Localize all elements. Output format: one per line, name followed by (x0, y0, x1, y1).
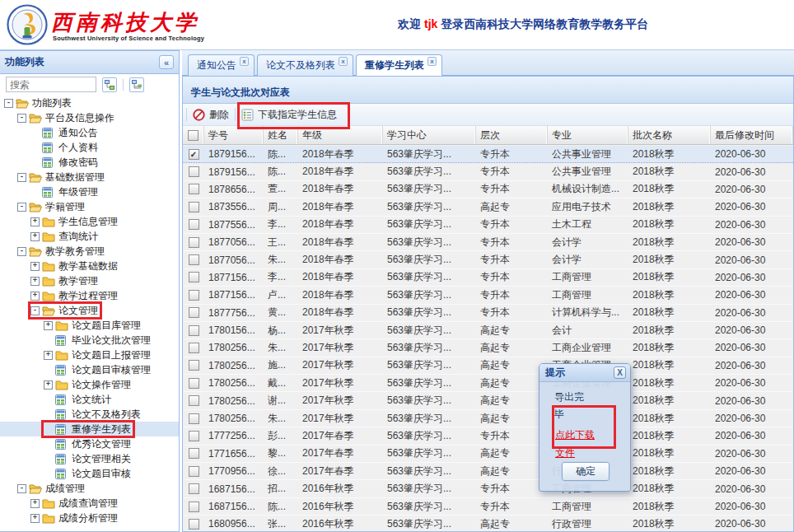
row-checkbox[interactable] (189, 219, 199, 230)
collapse-all-button[interactable] (129, 77, 144, 92)
table-row[interactable]: 1877056...王...2018年春季563肇庆学习...专升本会计学201… (183, 234, 793, 251)
download-file-link[interactable]: 点此下载文件 (555, 426, 598, 462)
row-checkbox[interactable] (189, 360, 199, 371)
select-all-checkbox[interactable] (188, 130, 198, 141)
row-checkbox[interactable] (189, 254, 199, 265)
tree-node[interactable]: +查询统计 (0, 229, 179, 244)
tree-node[interactable]: -平台及信息操作 (0, 110, 179, 125)
tree-node[interactable]: 个人资料 (0, 140, 179, 155)
download-selected-students-button[interactable]: 下载指定学生信息 (236, 105, 343, 124)
row-checkbox[interactable] (189, 519, 199, 530)
row-checkbox[interactable] (189, 395, 199, 406)
table-row[interactable]: 1877756...黄...2018年春季563肇庆学习...专升本计算机科学与… (183, 305, 793, 322)
plus-expand-icon[interactable]: + (30, 277, 40, 286)
minus-expand-icon[interactable]: - (30, 306, 40, 315)
tree-node[interactable]: -基础数据管理 (0, 170, 179, 184)
tree-node[interactable]: +论文题目上报管理 (0, 348, 179, 362)
minus-expand-icon[interactable]: - (17, 114, 26, 123)
tree-node[interactable]: +教学管理 (0, 273, 179, 288)
sidebar-collapse-button[interactable]: « (159, 55, 174, 69)
column-header[interactable]: 批次名称 (628, 126, 711, 144)
minus-expand-icon[interactable]: - (17, 173, 26, 182)
row-checkbox[interactable]: ✓ (189, 149, 199, 160)
tree-node[interactable]: 年级管理 (0, 184, 179, 199)
plus-expand-icon[interactable]: + (30, 514, 40, 523)
table-row[interactable]: 1877056...朱...2018年春季563肇庆学习...专升本会计学201… (183, 251, 793, 268)
minus-expand-icon[interactable]: - (4, 99, 13, 108)
tree-node[interactable]: -学籍管理 (0, 199, 179, 214)
tree-node[interactable]: +教学过程管理 (0, 288, 179, 303)
row-checkbox[interactable] (189, 483, 199, 494)
plus-expand-icon[interactable]: + (44, 351, 53, 360)
tree-node[interactable]: -成绩管理 (0, 481, 179, 496)
table-row[interactable]: 1771656...黎...2017年春季563肇庆学习...高起专2018秋季… (183, 446, 793, 463)
table-row[interactable]: 1877556...李...2018年春季563肇庆学习...专升本土木工程20… (183, 217, 793, 234)
tree-node[interactable]: 论文统计 (0, 392, 179, 407)
table-row[interactable]: 1877156...卢...2018年春季563肇庆学习...专升本工商管理20… (183, 287, 793, 304)
plus-expand-icon[interactable]: + (44, 321, 53, 330)
table-row[interactable]: 1780256...朱...2017年秋季563肇庆学习...高起专工商企业管理… (183, 339, 793, 357)
tab[interactable]: 论文不及格列表x (257, 54, 353, 76)
plus-expand-icon[interactable]: + (30, 499, 40, 508)
row-checkbox[interactable] (189, 413, 199, 424)
row-checkbox[interactable] (189, 202, 199, 212)
row-checkbox[interactable] (189, 466, 199, 477)
row-checkbox[interactable] (189, 378, 199, 389)
table-row[interactable]: 1780156...杨...2017年秋季563肇庆学习...高起专会计2018… (183, 322, 793, 339)
dialog-close-icon[interactable]: X (614, 366, 626, 379)
tree-node[interactable]: 论文不及格列表 (0, 407, 179, 422)
tree-node[interactable]: -论文管理 (0, 303, 179, 318)
column-header[interactable]: 年级 (298, 126, 383, 144)
table-row[interactable]: 1873556...周...2018年春季563肇庆学习...高起专应用电子技术… (183, 198, 793, 216)
search-input[interactable] (6, 77, 96, 92)
tree-node[interactable]: -教学教务管理 (0, 244, 179, 259)
plus-expand-icon[interactable]: + (30, 262, 40, 271)
row-checkbox[interactable] (189, 290, 199, 301)
minus-expand-icon[interactable]: - (17, 484, 26, 493)
minus-expand-icon[interactable]: - (17, 247, 26, 256)
row-checkbox[interactable] (189, 325, 199, 336)
tree-node[interactable]: 论文题目审核管理 (0, 362, 179, 377)
table-row[interactable]: 1780256...谢...2017年秋季563肇庆学习...高起专2018秋季… (183, 392, 793, 409)
plus-expand-icon[interactable]: + (44, 380, 53, 390)
tab[interactable]: 重修学生列表x (356, 54, 442, 76)
row-checkbox[interactable] (189, 431, 199, 441)
row-checkbox[interactable] (189, 184, 199, 194)
table-row[interactable]: 1879156...陈...2018年春季563肇庆学习...专升本公共事业管理… (183, 163, 793, 180)
tab-close-icon[interactable]: x (240, 57, 249, 66)
row-checkbox[interactable] (189, 237, 199, 248)
table-row[interactable]: 1777256...彭...2017年春季563肇庆学习...专升本2018秋季… (183, 427, 793, 445)
table-row[interactable]: 1780256...施...2017年秋季563肇庆学习...高起专工商企业管理… (183, 357, 793, 375)
tree-node[interactable]: 毕业论文批次管理 (0, 333, 179, 348)
tree-node[interactable]: +论文操作管理 (0, 377, 179, 392)
tree-node[interactable]: +成绩分析管理 (0, 511, 179, 525)
ok-button[interactable]: 确定 (562, 462, 610, 481)
tab-close-icon[interactable]: x (427, 57, 437, 66)
table-row[interactable]: 1878656...萱...2018年春季563肇庆学习...专升本机械设计制造… (183, 181, 793, 198)
table-row[interactable]: ✓1879156...陈...2018年春季563肇庆学习...专升本公共事业管… (183, 146, 793, 163)
tree-node[interactable]: 修改密码 (0, 155, 179, 170)
minus-expand-icon[interactable]: - (17, 203, 26, 212)
column-header[interactable]: 最后修改时间 (711, 126, 793, 144)
table-row[interactable]: 1770956...徐...2017年春季563肇庆学习...高起专行政管理20… (183, 463, 793, 480)
tree-node[interactable]: 优秀论文管理 (0, 436, 179, 451)
tree-node[interactable]: -功能列表 (0, 96, 179, 110)
tree-node[interactable]: +学生信息管理 (0, 214, 179, 229)
tree-node[interactable]: 通知公告 (0, 125, 179, 140)
row-checkbox[interactable] (189, 166, 199, 177)
tree-node[interactable]: +教学基础数据 (0, 259, 179, 273)
row-checkbox[interactable] (189, 272, 199, 282)
row-checkbox[interactable] (189, 307, 199, 318)
column-header[interactable]: 学习中心 (383, 126, 476, 144)
plus-expand-icon[interactable]: + (30, 292, 40, 301)
delete-button[interactable]: 删除 (187, 105, 235, 124)
tree-node[interactable]: 论文管理相关 (0, 451, 179, 466)
tab[interactable]: 通知公告x (188, 54, 255, 76)
column-header[interactable]: 层次 (476, 126, 548, 144)
row-checkbox[interactable] (189, 502, 199, 512)
plus-expand-icon[interactable]: + (30, 217, 40, 226)
plus-expand-icon[interactable]: + (30, 232, 40, 241)
column-header[interactable]: 姓名 (264, 126, 298, 144)
table-row[interactable]: 1680956...张...2016年秋季563肇庆学习...高起专行政管理20… (183, 516, 793, 531)
expand-all-button[interactable] (102, 77, 117, 92)
